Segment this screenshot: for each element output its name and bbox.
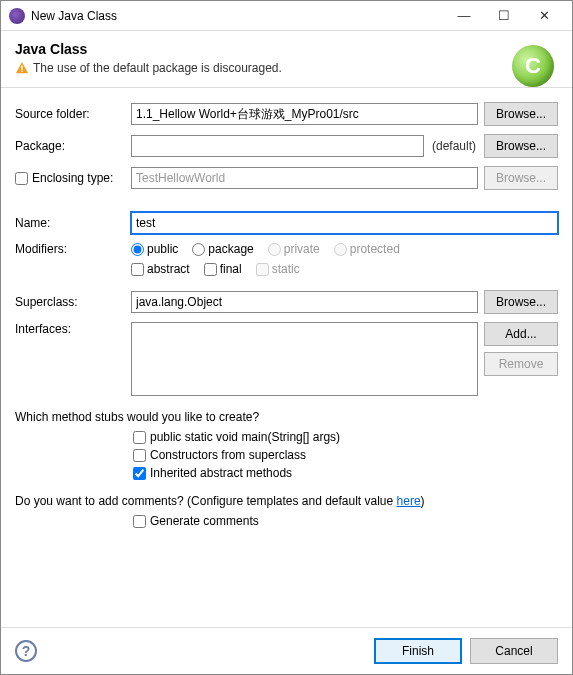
content: Source folder: Browse... Package: (defau…: [1, 88, 572, 540]
modifier-final-checkbox[interactable]: final: [204, 262, 242, 276]
package-browse-button[interactable]: Browse...: [484, 134, 558, 158]
svg-rect-0: [21, 65, 22, 69]
comments-here-link[interactable]: here: [397, 494, 421, 508]
stub-main-checkbox[interactable]: public static void main(String[] args): [133, 430, 558, 444]
help-icon[interactable]: ?: [15, 640, 37, 662]
cancel-button[interactable]: Cancel: [470, 638, 558, 664]
maximize-button[interactable]: ☐: [484, 1, 524, 31]
modifiers-label: Modifiers:: [15, 242, 125, 256]
package-input[interactable]: [131, 135, 424, 157]
name-label: Name:: [15, 216, 125, 230]
modifier-public-radio[interactable]: public: [131, 242, 178, 256]
page-title: Java Class: [15, 41, 558, 57]
interfaces-label: Interfaces:: [15, 322, 125, 336]
superclass-label: Superclass:: [15, 295, 125, 309]
source-folder-browse-button[interactable]: Browse...: [484, 102, 558, 126]
class-logo-icon: C: [512, 45, 554, 87]
generate-comments-checkbox[interactable]: Generate comments: [133, 514, 558, 528]
header: Java Class The use of the default packag…: [1, 31, 572, 88]
modifier-private-radio: private: [268, 242, 320, 256]
package-default-text: (default): [432, 139, 476, 153]
eclipse-icon: [9, 8, 25, 24]
modifier-package-radio[interactable]: package: [192, 242, 253, 256]
titlebar: New Java Class — ☐ ✕: [1, 1, 572, 31]
footer: ? Finish Cancel: [1, 627, 572, 674]
name-input[interactable]: [131, 212, 558, 234]
stubs-question: Which method stubs would you like to cre…: [15, 410, 558, 424]
modifier-static-checkbox: static: [256, 262, 300, 276]
source-folder-label: Source folder:: [15, 107, 125, 121]
finish-button[interactable]: Finish: [374, 638, 462, 664]
enclosing-type-input: [131, 167, 478, 189]
superclass-input[interactable]: [131, 291, 478, 313]
stub-inherited-checkbox[interactable]: Inherited abstract methods: [133, 466, 558, 480]
modifier-abstract-checkbox[interactable]: abstract: [131, 262, 190, 276]
svg-rect-1: [21, 71, 22, 72]
close-button[interactable]: ✕: [524, 1, 564, 31]
enclosing-type-checkbox[interactable]: [15, 172, 28, 185]
window-title: New Java Class: [31, 9, 444, 23]
superclass-browse-button[interactable]: Browse...: [484, 290, 558, 314]
interfaces-remove-button: Remove: [484, 352, 558, 376]
comments-question: Do you want to add comments? (Configure …: [15, 494, 558, 508]
interfaces-listbox[interactable]: [131, 322, 478, 396]
stub-constructors-checkbox[interactable]: Constructors from superclass: [133, 448, 558, 462]
warning-icon: [15, 61, 29, 75]
minimize-button[interactable]: —: [444, 1, 484, 31]
package-label: Package:: [15, 139, 125, 153]
enclosing-type-label: Enclosing type:: [32, 171, 113, 185]
enclosing-type-browse-button: Browse...: [484, 166, 558, 190]
header-message: The use of the default package is discou…: [15, 61, 558, 75]
interfaces-add-button[interactable]: Add...: [484, 322, 558, 346]
modifier-protected-radio: protected: [334, 242, 400, 256]
source-folder-input[interactable]: [131, 103, 478, 125]
header-message-text: The use of the default package is discou…: [33, 61, 282, 75]
